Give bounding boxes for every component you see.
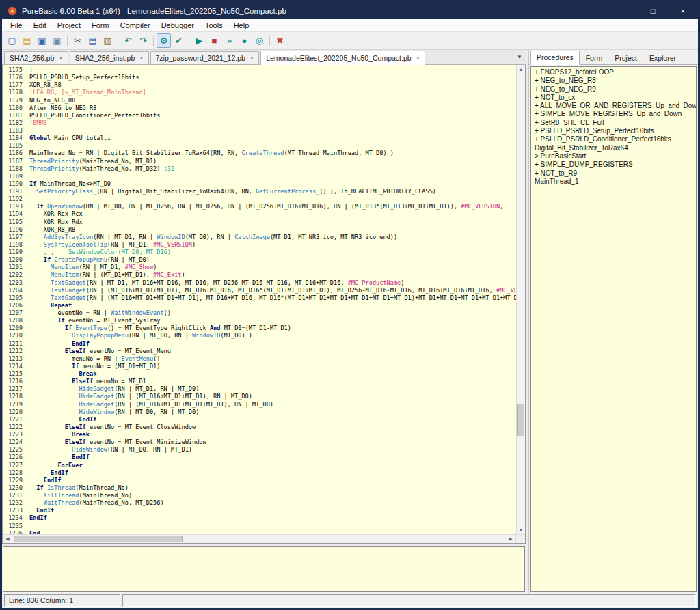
code-line: If menuNo = (MT_D1+MT_D1) bbox=[29, 363, 516, 370]
procedure-item[interactable]: + PSLLD_PSRLD_Conditioner_Perfect16bits bbox=[531, 135, 696, 143]
procedure-item[interactable]: + NOT_to_R9 bbox=[531, 169, 696, 178]
menu-edit[interactable]: Edit bbox=[28, 21, 52, 29]
menu-tools[interactable]: Tools bbox=[200, 21, 228, 29]
line-number: 1231 bbox=[3, 492, 27, 499]
line-number: 1183 bbox=[3, 127, 27, 135]
run-program-icon: ▶ bbox=[196, 36, 203, 45]
code-editor[interactable]: ;PSLLD_PSRLD_Setup_Perfect16bitsXOR_R8_R… bbox=[27, 65, 516, 534]
procedure-item[interactable]: + ALL_MOVE_OR_AND_REGISTERS_Up_and_Down bbox=[531, 102, 696, 110]
panel-tab-form[interactable]: Form bbox=[580, 51, 609, 64]
status-message bbox=[122, 594, 696, 607]
line-number: 1223 bbox=[3, 431, 27, 439]
menu-debugger[interactable]: Debugger bbox=[156, 21, 200, 29]
code-line: XOR_R8_R8 bbox=[29, 81, 516, 89]
new-file-button[interactable]: ▢ bbox=[5, 33, 19, 48]
line-number: 1222 bbox=[3, 424, 27, 431]
debugger-button[interactable]: ● bbox=[237, 33, 252, 48]
document-tab[interactable]: 7zip_password_2021_12.pb× bbox=[150, 51, 260, 64]
panel-tab-procedures[interactable]: Procedures bbox=[530, 51, 580, 65]
cut-button[interactable]: ✂ bbox=[70, 33, 85, 48]
procedure-item[interactable]: + NOT_to_cx bbox=[531, 94, 696, 102]
main-area: SHA2_256.pb×SHA2_256_inst.pb×7zip_passwo… bbox=[2, 50, 698, 593]
line-number: 1190 bbox=[3, 180, 27, 188]
panel-tab-explorer[interactable]: Explorer bbox=[643, 51, 682, 64]
paste-button[interactable]: ▥ bbox=[100, 33, 115, 48]
menu-bar: FileEditProjectFormCompilerDebuggerTools… bbox=[2, 19, 698, 32]
code-line: XOR_R8_R8 bbox=[29, 226, 516, 234]
tab-close-icon[interactable]: × bbox=[250, 55, 254, 61]
code-line: ElseIf eventNo = MT_Event_MinimizeWindow bbox=[29, 439, 516, 446]
procedure-item[interactable]: + SIMPLE_DUMP_REGISTERS bbox=[531, 161, 696, 169]
code-line: PSLLD_PSRLD_Setup_Perfect16bits bbox=[29, 74, 516, 81]
procedure-item[interactable]: + SIMPLE_MOVE_REGISTERS_Up_and_Down bbox=[531, 110, 696, 118]
run-program-button[interactable]: ▶ bbox=[192, 33, 206, 48]
code-line: If IsThread(MainThread_No) bbox=[29, 484, 516, 492]
maximize-button[interactable]: □ bbox=[638, 2, 668, 19]
vertical-scrollbar[interactable]: ▲ ▼ bbox=[516, 65, 525, 534]
document-tab[interactable]: SHA2_256.pb× bbox=[4, 51, 68, 64]
horizontal-scrollbar[interactable]: ◀ ▶ bbox=[3, 534, 525, 543]
procedure-item[interactable]: + NEG_to_NEG_R8 bbox=[531, 77, 696, 85]
redo-button[interactable]: ↷ bbox=[136, 33, 150, 48]
menu-compiler[interactable]: Compiler bbox=[115, 21, 156, 29]
scroll-down-icon[interactable]: ▼ bbox=[517, 525, 525, 534]
code-line bbox=[29, 195, 516, 203]
line-number: 1200 bbox=[3, 256, 27, 264]
minimize-button[interactable]: – bbox=[608, 2, 638, 19]
vertical-scroll-thumb[interactable] bbox=[517, 404, 524, 436]
scroll-right-icon[interactable]: ▶ bbox=[506, 535, 515, 543]
syntax-check-button[interactable]: ✔ bbox=[172, 33, 186, 48]
open-file-button[interactable]: ▤ bbox=[20, 33, 34, 48]
horizontal-scroll-thumb[interactable] bbox=[14, 536, 183, 542]
procedure-item[interactable]: + PSLLD_PSRLD_Setup_Perfect16bits bbox=[531, 127, 696, 135]
document-tab[interactable]: LemonadeElitest_202205_No50_Compact.pb× bbox=[260, 51, 425, 65]
tab-close-icon[interactable]: × bbox=[139, 55, 143, 61]
procedure-item[interactable]: + NEG_to_NEG_R9 bbox=[531, 85, 696, 94]
code-line: Global Main_CPU_total.i bbox=[29, 135, 516, 142]
line-number: 1216 bbox=[3, 378, 27, 385]
code-line: eventNo = RN | WaitWindowEvent() bbox=[29, 309, 516, 317]
menu-project[interactable]: Project bbox=[52, 21, 86, 29]
undo-button[interactable]: ↶ bbox=[121, 33, 135, 48]
procedure-item[interactable]: + SetR8_SHL_CL_Full bbox=[531, 119, 696, 127]
line-number: 1177 bbox=[3, 81, 27, 89]
line-number: 1188 bbox=[3, 165, 27, 173]
menu-file[interactable]: File bbox=[5, 21, 28, 29]
stop-program-button[interactable]: ■ bbox=[207, 33, 221, 48]
line-number: 1189 bbox=[3, 173, 27, 180]
line-number: 1180 bbox=[3, 105, 27, 112]
tab-list-dropdown-icon[interactable]: ▼ bbox=[517, 54, 522, 60]
procedure-item[interactable]: Digital_Bit_Stabilizer_ToRax64 bbox=[531, 144, 696, 152]
save-file-button[interactable]: ▣ bbox=[35, 33, 49, 48]
procedure-item[interactable]: + FNOPS12_beforeLOOP bbox=[531, 68, 696, 77]
code-line: PSLLD_PSRLD_Conditioner_Perfect16bits bbox=[29, 112, 516, 120]
panel-tab-project[interactable]: Project bbox=[608, 51, 643, 64]
line-number: 1175 bbox=[3, 66, 27, 74]
step-program-button[interactable]: » bbox=[222, 33, 237, 48]
menu-help[interactable]: Help bbox=[228, 21, 255, 29]
tab-close-icon[interactable]: × bbox=[416, 55, 420, 61]
copy-button[interactable]: ▤ bbox=[85, 33, 100, 48]
procedure-item[interactable]: > PureBasicStart bbox=[531, 152, 696, 161]
watch-list-button[interactable]: ◎ bbox=[252, 33, 267, 48]
compile-run-button[interactable]: ⚙ bbox=[157, 33, 171, 48]
scroll-left-icon[interactable]: ◀ bbox=[3, 535, 12, 543]
code-line: HideWindow(RN | MT_D0, RN | MT_D1) bbox=[29, 446, 516, 454]
tab-close-icon[interactable]: × bbox=[59, 55, 62, 61]
close-button[interactable]: × bbox=[668, 2, 698, 19]
document-tab[interactable]: SHA2_256_inst.pb× bbox=[70, 51, 149, 64]
line-number: 1211 bbox=[3, 340, 27, 348]
save-all-button[interactable]: ▣ bbox=[50, 33, 64, 48]
kill-program-button[interactable]: ✖ bbox=[273, 33, 287, 48]
code-line bbox=[29, 142, 516, 150]
line-number: 1205 bbox=[3, 294, 27, 302]
scroll-up-icon[interactable]: ▲ bbox=[517, 65, 525, 74]
horizontal-scroll-track[interactable] bbox=[12, 535, 506, 543]
vertical-scroll-track[interactable] bbox=[517, 74, 525, 525]
menu-form[interactable]: Form bbox=[86, 21, 115, 29]
procedure-item[interactable]: MainThread_1 bbox=[531, 178, 696, 186]
step-program-icon: » bbox=[227, 36, 232, 45]
code-line: EndIf bbox=[29, 340, 516, 348]
toolbar-separator bbox=[67, 36, 68, 46]
line-number: 1228 bbox=[3, 469, 27, 477]
